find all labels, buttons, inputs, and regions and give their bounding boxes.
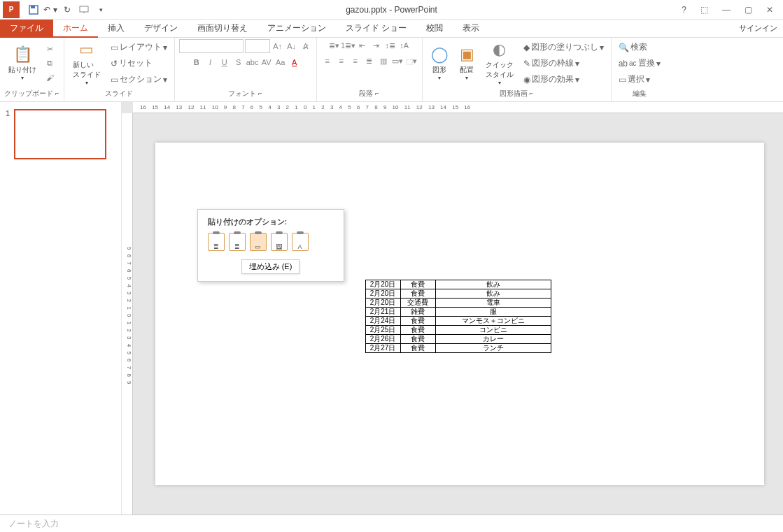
align-center-icon[interactable]: ≡ (335, 55, 348, 67)
reset-button[interactable]: ↺ リセット (108, 56, 170, 71)
arrange-icon: ▣ (460, 45, 474, 64)
smartart-icon[interactable]: ⬚▾ (405, 55, 418, 67)
signin-link[interactable]: サインイン (739, 23, 783, 34)
new-slide-label: 新しい スライド (73, 60, 101, 80)
shrink-font-icon[interactable]: A↓ (285, 40, 298, 52)
table-row[interactable]: 2月25日食費コンビニ (365, 325, 551, 334)
group-label-paragraph: 段落 ⌐ (321, 87, 418, 100)
app-icon: P (3, 1, 20, 18)
paste-option-picture[interactable]: 🖼 (271, 233, 288, 251)
font-name-input[interactable] (179, 39, 244, 53)
shape-effects-button[interactable]: ◉ 図形の効果 ▾ (521, 72, 607, 87)
select-button[interactable]: ▭ 選択 ▾ (616, 72, 663, 87)
paste-embed-tooltip[interactable]: 埋め込み (E) (241, 259, 300, 274)
pasted-table[interactable]: 2月20日食費飲み2月20日食費飲み2月20日交通費電車2月21日雑費服2月24… (365, 280, 551, 353)
align-right-icon[interactable]: ≡ (349, 55, 362, 67)
vertical-ruler: 9 8 7 6 5 4 3 2 1 0 1 2 3 4 5 6 7 8 9 (122, 113, 133, 515)
clear-format-icon[interactable]: A̷ (299, 40, 312, 52)
ribbon-tabs: ファイル ホーム 挿入 デザイン 画面切り替え アニメーション スライド ショー… (0, 20, 783, 38)
font-size-input[interactable] (245, 39, 270, 53)
tab-view[interactable]: 表示 (453, 20, 489, 38)
increase-indent-icon[interactable]: ⇥ (370, 39, 383, 52)
notes-pane[interactable]: ノートを入力 (0, 515, 783, 532)
copy-icon[interactable]: ⧉ (43, 57, 56, 70)
paste-option-dest-theme[interactable]: ≣ (208, 233, 225, 251)
ribbon-options-icon[interactable]: ⬚ (698, 3, 711, 16)
arrange-button[interactable]: ▣配置▾ (456, 44, 479, 82)
save-icon[interactable] (27, 3, 41, 17)
table-row[interactable]: 2月27日食費ランチ (365, 343, 551, 352)
tab-review[interactable]: 校閲 (416, 20, 453, 38)
text-direction-icon[interactable]: ↕A (398, 39, 411, 52)
horizontal-ruler: 16 15 14 13 12 11 10 9 8 7 6 5 4 3 2 1 0… (133, 102, 783, 113)
strike-icon[interactable]: S (232, 56, 245, 69)
title-bar: P ↶ ▾ ↻ ▾ gazou.pptx - PowerPoint ? ⬚ — … (0, 0, 783, 20)
new-slide-button[interactable]: ▭ 新しい スライド ▾ (69, 39, 105, 87)
undo-icon[interactable]: ↶ ▾ (43, 3, 57, 17)
tab-design[interactable]: デザイン (134, 20, 188, 38)
window-controls: ? ⬚ — ▢ ✕ (672, 3, 783, 16)
slide-thumb-1[interactable] (14, 109, 106, 159)
format-painter-icon[interactable]: 🖌 (43, 71, 56, 84)
quickstyle-button[interactable]: ◐クイック スタイル▾ (481, 39, 518, 87)
help-icon[interactable]: ? (679, 3, 689, 16)
group-drawing: ◯図形▾ ▣配置▾ ◐クイック スタイル▾ ◆ 図形の塗りつぶし ▾ ✎ 図形の… (423, 38, 612, 101)
minimize-icon[interactable]: — (719, 3, 733, 16)
tab-insert[interactable]: 挿入 (98, 20, 134, 38)
paste-option-text[interactable]: A (292, 233, 309, 251)
qat-customize-icon[interactable]: ▾ (94, 3, 108, 17)
table-row[interactable]: 2月26日食費カレー (365, 334, 551, 343)
grow-font-icon[interactable]: A↑ (271, 40, 284, 52)
layout-button[interactable]: ▭ レイアウト ▾ (108, 40, 170, 55)
paste-button[interactable]: 📋 貼り付け ▾ (4, 44, 41, 82)
quick-access-toolbar: ↶ ▾ ↻ ▾ (22, 3, 112, 17)
tab-transition[interactable]: 画面切り替え (188, 20, 258, 38)
decrease-indent-icon[interactable]: ⇤ (356, 39, 369, 52)
numbering-icon[interactable]: 1≣▾ (342, 39, 355, 52)
table-row[interactable]: 2月20日食費飲み (365, 289, 551, 298)
redo-icon[interactable]: ↻ (60, 3, 74, 17)
italic-icon[interactable]: I (204, 56, 217, 69)
tab-animation[interactable]: アニメーション (258, 20, 336, 38)
tab-file[interactable]: ファイル (0, 20, 53, 38)
cut-icon[interactable]: ✂ (43, 43, 56, 56)
paste-option-embed[interactable]: ▭ (250, 233, 267, 251)
table-row[interactable]: 2月24日食費マンモス＋コンビニ (365, 316, 551, 325)
paste-label: 貼り付け (8, 65, 36, 75)
line-spacing-icon[interactable]: ↕≣ (384, 39, 397, 52)
bullets-icon[interactable]: ≣▾ (328, 39, 341, 52)
align-left-icon[interactable]: ≡ (321, 55, 334, 67)
paste-option-keep-source[interactable]: ≣ (229, 233, 246, 251)
table-row[interactable]: 2月20日食費飲み (365, 280, 551, 289)
group-clipboard: 📋 貼り付け ▾ ✂ ⧉ 🖌 クリップボード ⌐ (0, 38, 64, 101)
svg-rect-2 (80, 6, 88, 12)
section-button[interactable]: ▭ セクション ▾ (108, 72, 170, 87)
replace-button[interactable]: abac 置換 ▾ (616, 56, 663, 71)
tab-slideshow[interactable]: スライド ショー (336, 20, 416, 38)
find-button[interactable]: 🔍 検索 (616, 40, 663, 55)
group-slides: ▭ 新しい スライド ▾ ▭ レイアウト ▾ ↺ リセット ▭ セクション ▾ … (64, 38, 175, 101)
columns-icon[interactable]: ▥ (377, 55, 390, 67)
quickstyle-icon: ◐ (493, 41, 506, 59)
shape-outline-button[interactable]: ✎ 図形の枠線 ▾ (521, 56, 607, 71)
group-label-editing: 編集 (616, 87, 663, 100)
table-row[interactable]: 2月21日雑費服 (365, 307, 551, 316)
shape-fill-button[interactable]: ◆ 図形の塗りつぶし ▾ (521, 40, 607, 55)
align-text-icon[interactable]: ▭▾ (391, 55, 404, 67)
tab-home[interactable]: ホーム (53, 20, 98, 38)
bold-icon[interactable]: B (190, 56, 203, 69)
slide[interactable]: 貼り付けのオプション: ≣ ≣ ▭ 🖼 A 埋め込み (E) 2月20日食費飲み… (155, 143, 764, 485)
group-label-font: フォント ⌐ (179, 87, 312, 100)
font-color-icon[interactable]: A (288, 56, 301, 69)
underline-icon[interactable]: U (218, 56, 231, 69)
maximize-icon[interactable]: ▢ (742, 3, 755, 16)
shapes-button[interactable]: ◯図形▾ (427, 44, 453, 82)
spacing-icon[interactable]: AV (260, 56, 273, 69)
group-label-drawing: 図形描画 ⌐ (427, 87, 607, 100)
justify-icon[interactable]: ≣ (363, 55, 376, 67)
shadow-icon[interactable]: abc (246, 56, 259, 69)
change-case-icon[interactable]: Aa (274, 56, 287, 69)
close-icon[interactable]: ✕ (763, 3, 776, 16)
table-row[interactable]: 2月20日交通費電車 (365, 298, 551, 307)
start-slideshow-icon[interactable] (77, 3, 91, 17)
